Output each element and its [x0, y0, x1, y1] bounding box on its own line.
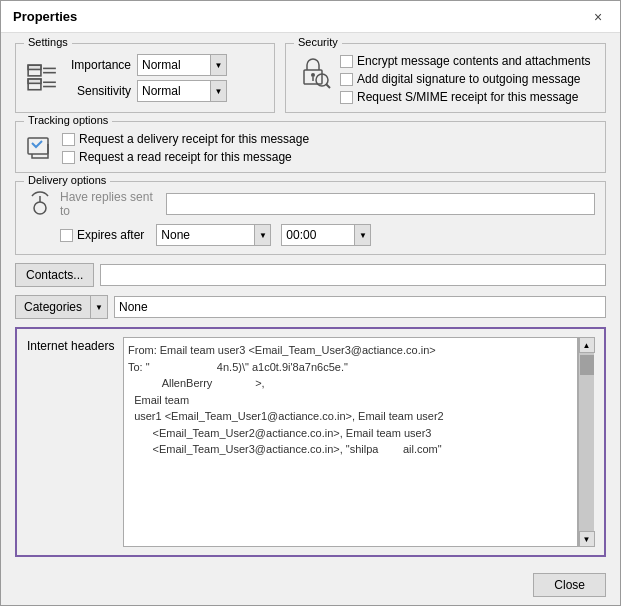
security-section-label: Security [294, 36, 342, 48]
read-receipt-label: Request a read receipt for this message [79, 150, 292, 164]
expires-label: Expires after [77, 228, 144, 242]
digital-sig-label: Add digital signature to outgoing messag… [357, 72, 580, 86]
replies-row: Have replies sent to [26, 190, 595, 218]
svg-line-10 [326, 84, 330, 88]
svg-rect-1 [28, 65, 41, 69]
categories-main-button[interactable]: Categories [15, 295, 90, 319]
categories-dropdown-button[interactable]: ▼ [90, 295, 108, 319]
importance-value: Normal [142, 58, 206, 72]
expires-time-value: 00:00 [286, 228, 350, 242]
svg-point-14 [34, 202, 46, 214]
delivery-receipt-row: Request a delivery receipt for this mess… [62, 132, 309, 146]
settings-section: Settings [15, 43, 275, 113]
headers-container: From: Email team user3 <Email_Team_User3… [123, 337, 594, 547]
replies-input[interactable] [166, 193, 595, 215]
contacts-categories-row: Contacts... [15, 263, 606, 287]
read-receipt-checkbox[interactable] [62, 151, 75, 164]
window-close-button[interactable]: × [588, 7, 608, 27]
expires-none-dropdown[interactable]: None ▼ [156, 224, 271, 246]
sensitivity-dropdown[interactable]: Normal ▼ [137, 80, 227, 102]
headers-scrollbar[interactable]: ▲ ▼ [578, 337, 594, 547]
expires-time-dropdown[interactable]: 00:00 ▼ [281, 224, 371, 246]
tracking-checks: Request a delivery receipt for this mess… [62, 132, 309, 164]
smime-check-row: Request S/MIME receipt for this message [340, 90, 590, 104]
dialog-body: Settings [1, 33, 620, 567]
sensitivity-value: Normal [142, 84, 206, 98]
delivery-section: Delivery options Have replies sent to Ex… [15, 181, 606, 255]
categories-input[interactable] [114, 296, 606, 318]
digital-sig-checkbox[interactable] [340, 73, 353, 86]
settings-list-icon [26, 62, 58, 94]
encrypt-check-row: Encrypt message contents and attachments [340, 54, 590, 68]
expires-checkbox[interactable] [60, 229, 73, 242]
expires-none-arrow: ▼ [254, 225, 270, 245]
categories-row: Categories ▼ [15, 295, 606, 319]
dialog-footer: Close [1, 567, 620, 605]
contacts-input[interactable] [100, 264, 606, 286]
encrypt-checkbox[interactable] [340, 55, 353, 68]
expires-time-arrow: ▼ [354, 225, 370, 245]
security-checks: Encrypt message contents and attachments… [340, 54, 590, 104]
sensitivity-row: Sensitivity Normal ▼ [66, 80, 227, 102]
delivery-receipt-label: Request a delivery receipt for this mess… [79, 132, 309, 146]
settings-fields: Importance Normal ▼ Sensitivity Normal ▼ [66, 54, 227, 102]
tracking-section-label: Tracking options [24, 114, 112, 126]
delivery-section-label: Delivery options [24, 174, 110, 186]
internet-headers-row: Internet headers From: Email team user3 … [27, 337, 594, 547]
scroll-up-button[interactable]: ▲ [579, 337, 595, 353]
importance-dropdown-arrow: ▼ [210, 55, 226, 75]
sensitivity-label: Sensitivity [66, 84, 131, 98]
scroll-thumb [580, 355, 594, 375]
expires-row: Expires after None ▼ 00:00 ▼ [26, 224, 595, 246]
internet-headers-label: Internet headers [27, 337, 117, 547]
svg-point-11 [311, 73, 315, 77]
digital-sig-check-row: Add digital signature to outgoing messag… [340, 72, 590, 86]
svg-rect-5 [28, 79, 41, 83]
expires-checkbox-row: Expires after [60, 228, 144, 242]
expires-none-value: None [161, 228, 250, 242]
settings-section-label: Settings [24, 36, 72, 48]
properties-dialog: Properties × Settings [0, 0, 621, 606]
importance-row: Importance Normal ▼ [66, 54, 227, 76]
replies-label: Have replies sent to [60, 190, 160, 218]
close-dialog-button[interactable]: Close [533, 573, 606, 597]
headers-textarea[interactable]: From: Email team user3 <Email_Team_User3… [123, 337, 578, 547]
internet-headers-section: Internet headers From: Email team user3 … [15, 327, 606, 557]
delivery-phone-icon [26, 190, 54, 218]
importance-dropdown[interactable]: Normal ▼ [137, 54, 227, 76]
title-bar: Properties × [1, 1, 620, 33]
settings-row: Importance Normal ▼ Sensitivity Normal ▼ [26, 54, 264, 102]
settings-security-row: Settings [15, 43, 606, 113]
scroll-track [579, 353, 594, 531]
contacts-button[interactable]: Contacts... [15, 263, 94, 287]
encrypt-label: Encrypt message contents and attachments [357, 54, 590, 68]
sensitivity-dropdown-arrow: ▼ [210, 81, 226, 101]
dialog-title: Properties [13, 9, 77, 24]
categories-button-group: Categories ▼ [15, 295, 108, 319]
read-receipt-row: Request a read receipt for this message [62, 150, 309, 164]
security-section: Security [285, 43, 606, 113]
smime-label: Request S/MIME receipt for this message [357, 90, 578, 104]
delivery-receipt-checkbox[interactable] [62, 133, 75, 146]
tracking-section: Tracking options Request a delivery rece… [15, 121, 606, 173]
importance-label: Importance [66, 58, 131, 72]
lock-search-icon [296, 54, 332, 90]
security-content: Encrypt message contents and attachments… [296, 54, 595, 104]
smime-checkbox[interactable] [340, 91, 353, 104]
tracking-icon [26, 134, 54, 162]
scroll-down-button[interactable]: ▼ [579, 531, 595, 547]
